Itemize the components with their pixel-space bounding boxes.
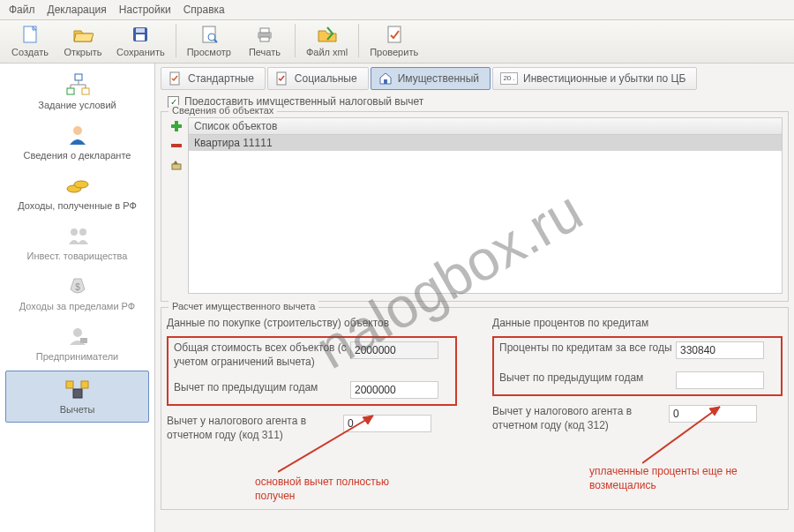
tab-label: Инвестиционные и убытки по ЦБ [523, 72, 685, 85]
preview-icon [198, 24, 220, 45]
folder-open-icon [72, 24, 94, 45]
svg-point-21 [74, 181, 88, 188]
sidebar-item-label: Сведения о декларанте [24, 150, 131, 161]
sidebar-item-conditions[interactable]: Задание условий [0, 67, 154, 117]
menu-file[interactable]: Файл [9, 4, 35, 16]
purchase-title: Данные по покупке (строительству) объект… [167, 317, 457, 329]
svg-point-19 [73, 126, 82, 135]
svg-rect-3 [136, 28, 145, 33]
sidebar-item-deductions[interactable]: Вычеты [5, 371, 149, 423]
check-button[interactable]: Проверить [363, 22, 425, 59]
objects-toolbar [167, 117, 188, 294]
tab-invest[interactable]: 20 . Инвестиционные и убытки по ЦБ [492, 67, 697, 90]
open-button[interactable]: Открыть [56, 22, 109, 59]
partners-icon [65, 223, 90, 248]
interest-label: Проценты по кредитам за все годы [499, 341, 676, 356]
toolbar-separator [295, 24, 296, 57]
annotation-arrow-icon [642, 401, 730, 472]
menu-help[interactable]: Справка [184, 4, 225, 16]
sidebar: Задание условий Сведения о декларанте До… [0, 64, 155, 532]
person-icon [66, 123, 89, 147]
menu-declaration[interactable]: Декларация [48, 4, 107, 16]
sidebar-item-label: Предприниматели [36, 351, 118, 362]
credits-title: Данные процентов по кредитам [492, 317, 783, 329]
sidebar-item-income-foreign[interactable]: $ Доходы за пределами РФ [0, 268, 154, 318]
content: Стандартные Социальные Имущественный 20 … [155, 64, 794, 532]
menubar: Файл Декларация Настройки Справка [0, 0, 794, 20]
group-title: Сведения об объектах [169, 105, 277, 116]
svg-rect-10 [260, 37, 269, 41]
svg-rect-29 [73, 389, 82, 398]
svg-marker-38 [363, 416, 373, 424]
prev-years-input[interactable]: 2000000 [350, 381, 438, 399]
sidebar-item-invest[interactable]: Инвест. товарищества [0, 218, 154, 268]
document-check-red-icon [275, 71, 289, 86]
credits-column: Данные процентов по кредитам Проценты по… [492, 313, 783, 454]
svg-rect-34 [171, 124, 182, 128]
purchase-column: Данные по покупке (строительству) объект… [167, 313, 457, 454]
svg-rect-9 [260, 28, 269, 33]
annotation-main-done: основной вычет полностью получен [255, 476, 431, 503]
tab-label: Стандартные [188, 72, 254, 85]
svg-rect-36 [172, 164, 181, 169]
filexml-button[interactable]: Файл xml [299, 22, 355, 59]
tree-icon [64, 72, 91, 97]
credit-prev-years-label: Вычет по предыдущим годам [499, 371, 676, 386]
moneybag-icon: $ [68, 273, 87, 298]
deduction-icon [64, 377, 92, 401]
preview-button[interactable]: Просмотр [180, 22, 238, 59]
create-label: Создать [11, 47, 49, 57]
remove-icon[interactable] [169, 139, 184, 153]
tab-social[interactable]: Социальные [267, 67, 369, 90]
filexml-label: Файл xml [306, 47, 348, 57]
svg-rect-32 [384, 79, 387, 84]
svg-rect-26 [80, 338, 87, 343]
toolbar-separator [358, 24, 359, 57]
svg-rect-35 [171, 144, 182, 147]
tab-label: Социальные [295, 72, 357, 85]
check-label: Проверить [370, 47, 418, 57]
menu-settings[interactable]: Настройки [119, 4, 171, 16]
open-label: Открыть [64, 47, 101, 57]
sidebar-item-income-rf[interactable]: Доходы, полученные в РФ [0, 168, 154, 218]
sidebar-item-label: Инвест. товарищества [27, 251, 128, 261]
svg-line-37 [278, 416, 373, 472]
tab-property[interactable]: Имущественный [371, 67, 491, 90]
svg-rect-27 [66, 381, 73, 388]
toolbar-separator [176, 24, 176, 57]
add-icon[interactable] [169, 119, 184, 133]
tab-standard[interactable]: Стандартные [161, 67, 266, 90]
print-button[interactable]: Печать [238, 22, 291, 59]
create-button[interactable]: Создать [4, 22, 56, 59]
svg-rect-28 [81, 381, 88, 388]
total-cost-input: 2000000 [350, 341, 438, 359]
save-button[interactable]: Сохранить [109, 22, 172, 59]
printer-icon [254, 24, 275, 45]
svg-line-39 [642, 407, 720, 463]
save-label: Сохранить [116, 47, 165, 57]
print-label: Печать [249, 47, 281, 57]
objects-list[interactable]: Список объектов Квартира 11111 [188, 117, 783, 294]
svg-point-23 [79, 229, 86, 236]
svg-rect-14 [82, 88, 89, 94]
save-icon [130, 24, 151, 45]
calc-groupbox: Расчет имущественного вычета Данные по п… [161, 307, 789, 510]
interest-input[interactable]: 330840 [676, 341, 764, 359]
sidebar-item-declarant[interactable]: Сведения о декларанте [0, 117, 154, 168]
list-item[interactable]: Квартира 11111 [189, 135, 782, 151]
sidebar-item-label: Доходы, полученные в РФ [18, 200, 137, 211]
check-doc-icon [384, 24, 405, 45]
toolbar: Создать Открыть Сохранить Просмотр Печат… [0, 20, 794, 64]
svg-point-25 [73, 328, 82, 337]
sidebar-item-label: Доходы за пределами РФ [19, 301, 135, 311]
objects-groupbox: Сведения об объектах Список объектов [161, 111, 789, 302]
svg-point-22 [71, 229, 78, 236]
invest-badge-icon: 20 . [500, 72, 518, 85]
credit-prev-years-input[interactable] [676, 371, 764, 389]
preview-label: Просмотр [187, 47, 231, 57]
entrepreneur-icon [66, 324, 89, 348]
svg-rect-11 [388, 26, 401, 42]
sidebar-item-entrepreneur[interactable]: Предприниматели [0, 318, 154, 369]
xml-file-icon [317, 24, 338, 45]
edit-icon[interactable] [169, 158, 184, 172]
